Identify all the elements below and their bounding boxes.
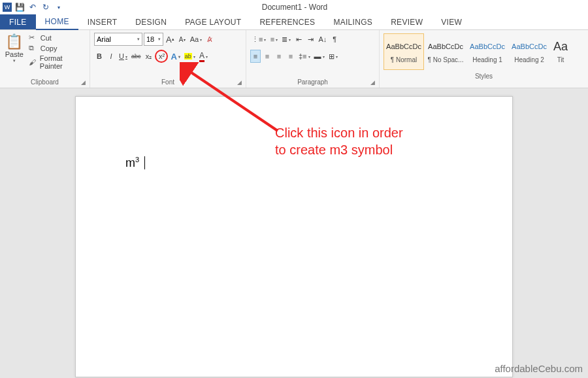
tab-view[interactable]: VIEW — [432, 14, 471, 29]
decrease-indent-button[interactable]: ⇤ — [293, 33, 304, 46]
shrink-font-button[interactable]: A▾ — [177, 33, 188, 46]
multilevel-list-button[interactable]: ≣ — [280, 33, 292, 46]
align-right-button[interactable]: ≡ — [274, 50, 284, 63]
style-normal[interactable]: AaBbCcDc ¶ Normal — [384, 33, 424, 70]
group-label-clipboard: Clipboard — [3, 77, 87, 88]
clear-formatting-button[interactable]: A̷ — [204, 33, 215, 46]
ribbon-tabs: FILE HOME INSERT DESIGN PAGE LAYOUT REFE… — [0, 14, 588, 30]
highlight-button[interactable]: ab — [183, 50, 197, 63]
font-name-combo[interactable]: Arial▾ — [94, 33, 142, 46]
paragraph-launcher-icon[interactable]: ◢ — [370, 79, 377, 86]
tab-references[interactable]: REFERENCES — [250, 14, 324, 29]
bold-button[interactable]: B — [94, 50, 105, 63]
font-size-combo[interactable]: 18▾ — [144, 33, 163, 46]
tab-design[interactable]: DESIGN — [126, 14, 176, 29]
text-effects-button[interactable]: A — [169, 50, 181, 63]
watermark: affordableCebu.com — [495, 363, 583, 374]
annotation-text: Click this icon in order to create m3 sy… — [275, 124, 403, 158]
superscript-button[interactable]: x² — [155, 50, 168, 63]
copy-button[interactable]: ⧉Copy — [29, 44, 84, 52]
style-title[interactable]: Aa Tit — [551, 33, 570, 70]
group-paragraph: ⋮≡ ≡ ≣ ⇤ ⇥ A↓ ¶ ≡ ≡ ≡ ≡ ‡≡ ▬ ⊞ Paragraph… — [246, 30, 380, 88]
document-title: Document1 - Word — [67, 3, 523, 12]
grow-font-button[interactable]: A▴ — [165, 33, 176, 46]
numbering-button[interactable]: ≡ — [269, 33, 279, 46]
group-clipboard: 📋 Paste ▾ ✂Cut ⧉Copy 🖌Format Painter Cli… — [0, 30, 90, 88]
format-painter-icon: 🖌 — [29, 58, 37, 66]
font-color-button[interactable]: A — [198, 50, 209, 63]
strikethrough-button[interactable]: abc — [130, 50, 142, 63]
qat-customize-icon[interactable]: ▾ — [54, 2, 64, 12]
ribbon: 📋 Paste ▾ ✂Cut ⧉Copy 🖌Format Painter Cli… — [0, 30, 588, 88]
shading-button[interactable]: ▬ — [313, 50, 326, 63]
tab-page-layout[interactable]: PAGE LAYOUT — [176, 14, 250, 29]
format-painter-button[interactable]: 🖌Format Painter — [29, 54, 84, 70]
paste-icon: 📋 — [3, 33, 26, 50]
group-label-paragraph: Paragraph — [249, 77, 376, 88]
group-styles: AaBbCcDc ¶ Normal AaBbCcDc ¶ No Spac... … — [380, 30, 588, 88]
clipboard-launcher-icon[interactable]: ◢ — [81, 79, 88, 86]
cut-icon: ✂ — [29, 33, 38, 42]
borders-button[interactable]: ⊞ — [327, 50, 339, 63]
italic-button[interactable]: I — [106, 50, 116, 63]
redo-icon[interactable]: ↻ — [41, 2, 51, 12]
show-marks-button[interactable]: ¶ — [329, 33, 340, 46]
subscript-button[interactable]: x₂ — [143, 50, 154, 63]
group-label-font: Font — [93, 77, 243, 88]
bullets-button[interactable]: ⋮≡ — [250, 33, 267, 46]
sort-button[interactable]: A↓ — [317, 33, 328, 46]
style-heading-2[interactable]: AaBbCcDc Heading 2 — [509, 33, 549, 70]
tab-review[interactable]: REVIEW — [382, 14, 432, 29]
group-font: Arial▾ 18▾ A▴ A▾ Aa A̷ B I U abc x₂ x² A… — [90, 30, 246, 88]
change-case-button[interactable]: Aa — [189, 33, 203, 46]
paste-button[interactable]: 📋 Paste ▾ — [3, 32, 26, 77]
quick-access-toolbar: W 💾 ↶ ↻ ▾ — [0, 2, 67, 12]
undo-icon[interactable]: ↶ — [27, 2, 38, 12]
tab-insert[interactable]: INSERT — [78, 14, 127, 29]
save-icon[interactable]: 💾 — [14, 2, 25, 12]
text-cursor — [144, 156, 145, 169]
align-center-button[interactable]: ≡ — [262, 50, 272, 63]
font-launcher-icon[interactable]: ◢ — [237, 79, 244, 86]
tab-file[interactable]: FILE — [0, 14, 36, 29]
line-spacing-button[interactable]: ‡≡ — [297, 50, 312, 63]
word-icon: W — [3, 3, 12, 12]
copy-icon: ⧉ — [29, 44, 38, 52]
increase-indent-button[interactable]: ⇥ — [305, 33, 316, 46]
style-heading-1[interactable]: AaBbCcDc Heading 1 — [467, 33, 508, 70]
group-label-styles: Styles — [382, 71, 585, 82]
tab-home[interactable]: HOME — [36, 14, 78, 30]
align-left-button[interactable]: ≡ — [250, 50, 261, 63]
cut-button[interactable]: ✂Cut — [29, 33, 84, 42]
underline-button[interactable]: U — [118, 50, 129, 63]
style-no-spacing[interactable]: AaBbCcDc ¶ No Spac... — [425, 33, 466, 70]
tab-mailings[interactable]: MAILINGS — [324, 14, 382, 29]
justify-button[interactable]: ≡ — [286, 50, 296, 63]
